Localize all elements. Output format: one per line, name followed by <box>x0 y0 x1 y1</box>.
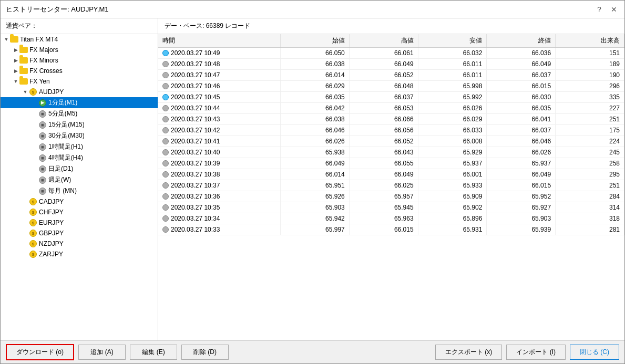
cell-close: 65.927 <box>487 202 556 213</box>
row-indicator <box>162 160 169 167</box>
tree-item-label: FX Yen <box>29 78 50 85</box>
cell-close: 66.036 <box>487 48 556 59</box>
table-row[interactable]: 2020.03.27 10:40 65.938 66.043 65.929 66… <box>158 147 624 158</box>
row-indicator <box>162 94 169 100</box>
expand-icon <box>22 230 29 237</box>
table-row[interactable]: 2020.03.27 10:44 66.042 66.053 66.026 66… <box>158 103 624 114</box>
table-row[interactable]: 2020.03.27 10:42 66.046 66.056 66.033 66… <box>158 125 624 136</box>
cell-high: 66.066 <box>349 114 418 125</box>
cell-low: 66.001 <box>418 169 487 180</box>
table-row[interactable]: 2020.03.27 10:33 65.997 66.015 65.931 65… <box>158 224 624 235</box>
tree-item-mn[interactable]: ◼ 毎月 (MN) <box>1 185 158 196</box>
export-button[interactable]: エクスポート (x) <box>435 345 502 360</box>
cell-high: 65.945 <box>349 202 418 213</box>
cylinder-icon: ◼ <box>38 165 47 173</box>
cell-time: 2020.03.27 10:49 <box>158 48 281 58</box>
tree-item-m30[interactable]: ◼ 30分足(M30) <box>1 130 158 141</box>
table-row[interactable]: 2020.03.27 10:36 65.926 65.957 65.909 65… <box>158 191 624 202</box>
cell-vol: 227 <box>556 103 624 114</box>
table-row[interactable]: 2020.03.27 10:45 66.035 66.037 65.992 66… <box>158 92 624 103</box>
cell-open: 66.049 <box>281 158 350 169</box>
tree-item-eurjpy[interactable]: $ EURJPY <box>1 217 158 228</box>
table-row[interactable]: 2020.03.27 10:46 66.029 66.048 65.998 66… <box>158 81 624 92</box>
cell-vol: 151 <box>556 48 624 59</box>
coin-icon: $ <box>29 229 37 237</box>
tree-item-yen[interactable]: ▼ FX Yen <box>1 76 158 87</box>
table-row[interactable]: 2020.03.27 10:41 66.026 66.052 66.008 66… <box>158 136 624 147</box>
add-button[interactable]: 追加 (A) <box>78 345 126 360</box>
tree-item-nzdjpy[interactable]: $ NZDJPY <box>1 238 158 249</box>
folder-icon <box>19 56 28 65</box>
coin-icon: $ <box>29 197 37 206</box>
cell-open: 66.014 <box>281 70 350 81</box>
tree-root[interactable]: ▼ Titan FX MT4 <box>1 34 158 45</box>
tree-item-w[interactable]: ◼ 週足(W) <box>1 174 158 185</box>
tree-item-label: ZARJPY <box>39 251 63 258</box>
col-time: 時間 <box>158 34 281 48</box>
cell-open: 65.997 <box>281 224 350 235</box>
coin-icon: $ <box>29 240 37 248</box>
tree-item-m5[interactable]: ◼ 5分足(M5) <box>1 108 158 119</box>
tree-item-h1[interactable]: ◼ 1時間足(H1) <box>1 141 158 152</box>
tree-item-zarjpy[interactable]: $ ZARJPY <box>1 249 158 259</box>
table-row[interactable]: 2020.03.27 10:43 66.038 66.066 66.029 66… <box>158 114 624 125</box>
cell-open: 66.026 <box>281 136 350 147</box>
cell-time: 2020.03.27 10:37 <box>158 180 281 191</box>
cell-close: 65.903 <box>487 213 556 224</box>
table-row[interactable]: 2020.03.27 10:39 66.049 66.055 65.937 65… <box>158 158 624 169</box>
cell-open: 66.042 <box>281 103 350 114</box>
col-vol: 出来高 <box>556 34 624 48</box>
table-row[interactable]: 2020.03.27 10:34 65.942 65.963 65.896 65… <box>158 213 624 224</box>
table-row[interactable]: 2020.03.27 10:47 66.014 66.052 66.011 66… <box>158 70 624 81</box>
tree-item-d1[interactable]: ◼ 日足(D1) <box>1 163 158 174</box>
tree-item-cadjpy[interactable]: $ CADJPY <box>1 196 158 207</box>
cell-close: 65.952 <box>487 191 556 202</box>
edit-button[interactable]: 編集 (E) <box>130 345 177 360</box>
help-button[interactable]: ? <box>594 4 604 15</box>
table-row[interactable]: 2020.03.27 10:37 65.951 66.025 65.933 66… <box>158 180 624 191</box>
tree-item-label: NZDJPY <box>39 240 64 247</box>
left-panel: 通貨ペア： ▼ Titan FX MT4 ▶ FX Majors ▶ FX Mi… <box>1 18 158 340</box>
tree-container[interactable]: ▼ Titan FX MT4 ▶ FX Majors ▶ FX Minors ▶… <box>1 34 158 340</box>
tree-item-m1[interactable]: ▶ 1分足(M1) <box>1 97 158 108</box>
expand-icon: ▼ <box>12 78 19 85</box>
delete-button[interactable]: 削除 (D) <box>181 345 229 360</box>
table-row[interactable]: 2020.03.27 10:38 66.014 66.049 66.001 66… <box>158 169 624 180</box>
tree-item-audjpy[interactable]: ▼ $ AUDJPY <box>1 87 158 97</box>
row-indicator <box>162 105 169 111</box>
tree-item-gbpjpy[interactable]: $ GBPJPY <box>1 228 158 238</box>
expand-icon: ▼ <box>22 88 29 96</box>
data-table-container[interactable]: 時間 始値 高値 安値 終値 出来高 2020.03.27 10:49 66.0… <box>158 34 624 340</box>
cell-low: 65.902 <box>418 202 487 213</box>
tree-item-crosses[interactable]: ▶ FX Crosses <box>1 66 158 76</box>
tree-item-m15[interactable]: ◼ 15分足(M15) <box>1 119 158 130</box>
expand-icon <box>22 240 29 247</box>
row-indicator <box>162 149 169 155</box>
cell-vol: 258 <box>556 158 624 169</box>
tree-item-h4[interactable]: ◼ 4時間足(H4) <box>1 152 158 163</box>
data-table: 時間 始値 高値 安値 終値 出来高 2020.03.27 10:49 66.0… <box>158 34 624 235</box>
row-indicator <box>162 215 169 222</box>
cylinder-icon: ◼ <box>38 154 47 162</box>
cell-time: 2020.03.27 10:44 <box>158 103 281 113</box>
cell-low: 65.998 <box>418 81 487 92</box>
cell-high: 66.052 <box>349 136 418 147</box>
import-button[interactable]: インポート (I) <box>506 345 566 360</box>
tree-item-minors[interactable]: ▶ FX Minors <box>1 55 158 66</box>
close-window-button[interactable]: ✕ <box>609 4 619 15</box>
download-button[interactable]: ダウンロード (o) <box>6 344 74 360</box>
table-row[interactable]: 2020.03.27 10:49 66.050 66.061 66.032 66… <box>158 48 624 59</box>
table-row[interactable]: 2020.03.27 10:48 66.038 66.049 66.011 66… <box>158 59 624 70</box>
cell-vol: 189 <box>556 59 624 70</box>
cell-time: 2020.03.27 10:47 <box>158 70 281 80</box>
close-button[interactable]: 閉じる (C) <box>570 345 619 360</box>
cell-low: 66.026 <box>418 103 487 114</box>
tree-item-chfjpy[interactable]: $ CHFJPY <box>1 207 158 217</box>
cell-vol: 335 <box>556 92 624 103</box>
expand-icon <box>31 143 38 151</box>
table-row[interactable]: 2020.03.27 10:35 65.903 65.945 65.902 65… <box>158 202 624 213</box>
cell-close: 66.049 <box>487 169 556 180</box>
cylinder-icon: ◼ <box>38 143 47 151</box>
tree-item-majors[interactable]: ▶ FX Majors <box>1 45 158 55</box>
cell-open: 66.029 <box>281 81 350 92</box>
